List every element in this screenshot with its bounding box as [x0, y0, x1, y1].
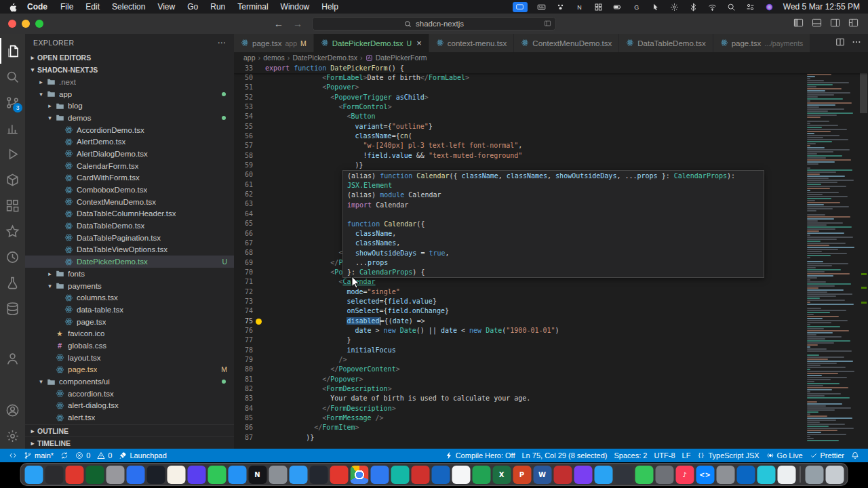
menubar-clock[interactable]: Wed 5 Mar 12:55 PM [783, 2, 860, 12]
menubar-wifi-icon[interactable] [707, 3, 717, 12]
tree-item-accordion-tsx[interactable]: accordion.tsx [25, 388, 234, 400]
dock-vscode[interactable]: <> [696, 466, 714, 484]
breadcrumb-item-1[interactable]: demos [263, 54, 285, 62]
dock-app-29[interactable] [594, 466, 612, 484]
tree-item--next[interactable]: ▸.next [25, 76, 234, 88]
statusbar-remote-indicator[interactable] [5, 449, 20, 462]
statusbar-notifications[interactable] [848, 449, 863, 462]
menubar-battery-icon[interactable] [612, 3, 623, 12]
tree-item-columns-tsx[interactable]: columns.tsx [25, 291, 234, 304]
dock-app-35[interactable] [716, 466, 734, 484]
tree-item-datatablepagination-tsx[interactable]: DataTablePagination.tsx [25, 232, 234, 244]
activitybar-person[interactable] [0, 346, 25, 371]
tree-item-contextmenudemo-tsx[interactable]: ContextMenuDemo.tsx [25, 196, 234, 208]
tree-item-alert-tsx[interactable]: alert.tsx [25, 411, 234, 424]
tab-page-tsx[interactable]: page.tsxappM [234, 34, 314, 52]
customize-layout-icon[interactable] [848, 18, 859, 30]
tab-datepickerdemo-tsx[interactable]: DatePickerDemo.tsxU× [314, 34, 429, 52]
menubar-bluetooth-icon[interactable] [688, 3, 698, 12]
dock-app-19[interactable] [391, 466, 409, 484]
activitybar-history[interactable] [0, 244, 25, 270]
close-window-button[interactable] [8, 20, 16, 28]
menubar-item-view[interactable]: View [151, 2, 181, 12]
dock-app-32[interactable] [655, 466, 673, 484]
tree-item-blog[interactable]: ▸blog [25, 100, 234, 112]
activitybar-chart[interactable] [0, 115, 25, 141]
dock-notes[interactable] [167, 466, 185, 484]
activitybar-star[interactable] [0, 218, 25, 244]
split-editor-icon[interactable] [835, 37, 845, 49]
dock-app-36[interactable] [736, 466, 755, 484]
statusbar-compile-hero[interactable]: Compile Hero: Off [441, 449, 519, 462]
dock-app-27[interactable] [553, 466, 572, 484]
menubar-pointer-icon[interactable] [650, 3, 660, 12]
menubar-keyboard-icon[interactable] [536, 3, 547, 12]
menubar-app-name[interactable]: Code [20, 2, 54, 12]
tree-item-globals-css[interactable]: #globals.css [25, 340, 234, 352]
dock-app-15[interactable] [309, 466, 328, 484]
activitybar-extensions[interactable] [0, 192, 25, 218]
dock-app-21[interactable] [431, 466, 450, 484]
outline-section[interactable]: ▸OUTLINE [25, 424, 234, 436]
dock-notion[interactable]: N [248, 466, 267, 484]
menubar-screen-mirroring-icon[interactable] [513, 2, 528, 12]
tree-item-favicon-ico[interactable]: ★favicon.ico [25, 327, 234, 340]
tree-item-fonts[interactable]: ▸fonts [25, 268, 234, 280]
statusbar-encoding[interactable]: UTF-8 [650, 449, 678, 462]
dock-app-38[interactable] [777, 466, 795, 484]
tree-item-comboboxdemo-tsx[interactable]: ComboboxDemo.tsx [25, 184, 234, 196]
menubar-notion-icon[interactable]: N [574, 3, 585, 12]
dock-downloads[interactable] [805, 466, 823, 484]
breadcrumb-item-0[interactable]: app [243, 54, 256, 62]
nav-back-button[interactable]: ← [274, 18, 283, 29]
dock-app-13[interactable] [269, 466, 287, 484]
menubar-item-help[interactable]: Help [315, 2, 344, 12]
tree-item-data-table-tsx[interactable]: data-table.tsx [25, 304, 234, 316]
project-root-section[interactable]: ▾SHADCN-NEXTJS [25, 64, 234, 76]
menubar-item-window[interactable]: Window [275, 2, 316, 12]
nav-forward-button[interactable]: → [293, 18, 302, 29]
tab-page-tsx[interactable]: page.tsx.../payments [713, 34, 811, 52]
minimap[interactable] [803, 63, 859, 449]
tree-item-datatabledemo-tsx[interactable]: DataTableDemo.tsx [25, 220, 234, 232]
tab-context-menu-tsx[interactable]: context-menu.tsx [429, 34, 515, 52]
command-center-search[interactable]: shadcn-nextjs [312, 17, 556, 30]
dock-app-31[interactable] [635, 466, 653, 484]
statusbar-sync-changes[interactable] [57, 449, 72, 462]
tree-item-app[interactable]: ▾app [25, 88, 234, 100]
activitybar-database[interactable] [0, 296, 25, 321]
tree-item-layout-tsx[interactable]: layout.tsx [25, 352, 234, 364]
explorer-more-actions-icon[interactable]: ⋯ [218, 38, 226, 47]
menubar-grid-icon[interactable] [593, 3, 604, 12]
lightbulb-icon[interactable] [256, 319, 262, 325]
dock-mail[interactable] [228, 466, 246, 484]
dock-app-9[interactable] [187, 466, 205, 484]
statusbar-git-branch[interactable]: main* [20, 449, 57, 462]
apple-logo-icon[interactable] [8, 2, 18, 12]
tree-item-alertdialogdemo-tsx[interactable]: AlertDialogDemo.tsx [25, 148, 234, 160]
statusbar-warnings[interactable]: 0 [94, 449, 115, 462]
tree-item-payments[interactable]: ▾payments [25, 280, 234, 292]
open-editors-section[interactable]: ▸OPEN EDITORS [25, 52, 234, 64]
tree-item-datepickerdemo-tsx[interactable]: DatePickerDemo.tsxU [25, 256, 234, 268]
dock-app-22[interactable] [452, 466, 470, 484]
activitybar-explorer[interactable] [0, 38, 25, 64]
statusbar-prettier[interactable]: Prettier [806, 449, 848, 462]
dock-app-store[interactable] [126, 466, 144, 484]
more-actions-icon[interactable] [852, 37, 861, 49]
menubar-paw-icon[interactable] [555, 3, 566, 12]
dock-music[interactable]: ♪ [675, 466, 694, 484]
tree-item-calendarform-tsx[interactable]: CalendarForm.tsx [25, 160, 234, 172]
dock-pdf[interactable] [330, 466, 348, 484]
menubar-item-edit[interactable]: Edit [79, 2, 106, 12]
statusbar-eol[interactable]: LF [679, 449, 694, 462]
dock-app-30[interactable] [614, 466, 633, 484]
activitybar-box[interactable] [0, 167, 25, 192]
statusbar-launchpad[interactable]: Launchpad [115, 449, 170, 462]
tree-item-datatablecolumnheader-tsx[interactable]: DataTableColumnHeader.tsx [25, 208, 234, 220]
dock-maps[interactable] [289, 466, 307, 484]
menubar-item-file[interactable]: File [54, 2, 79, 12]
command-center-layout-icon[interactable] [544, 20, 551, 28]
activitybar-flask[interactable] [0, 270, 25, 296]
dock-excel[interactable]: X [492, 466, 511, 484]
